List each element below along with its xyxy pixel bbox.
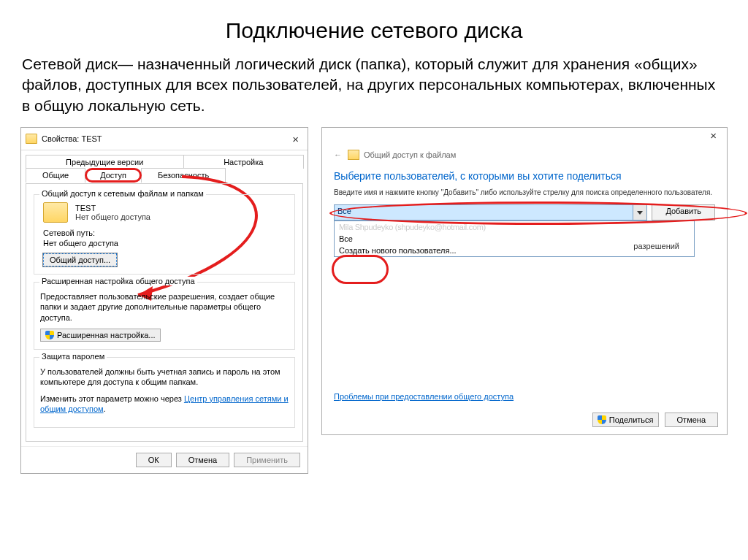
annotation-circle-icon	[332, 255, 389, 284]
share-button[interactable]: Поделиться	[592, 413, 659, 427]
folder-share-status: Нет общего доступа	[75, 212, 150, 221]
back-icon[interactable]: ←	[334, 150, 342, 159]
text-prefix: Изменить этот параметр можно через	[40, 394, 184, 403]
dialog-buttons: Поделиться Отмена	[592, 413, 718, 427]
group-text: Предоставляет пользовательские разрешени…	[40, 291, 289, 323]
group-advanced-sharing: Расширенная настройка общего доступа Пре…	[34, 282, 295, 350]
share-heading: Выберите пользователей, с которыми вы хо…	[322, 164, 727, 188]
troubleshoot-link[interactable]: Проблемы при предоставлении общего досту…	[334, 392, 514, 401]
add-button[interactable]: Добавить	[652, 204, 715, 220]
page-title: Подключение сетевого диска	[0, 18, 748, 43]
tab-access[interactable]: Доступ	[85, 168, 142, 183]
group-password-protection: Защита паролем У пользователей должны бы…	[34, 357, 295, 428]
user-combobox[interactable]: Все	[334, 204, 647, 220]
tab-general[interactable]: Общие	[26, 168, 85, 183]
group-text-link: Изменить этот параметр можно через Центр…	[40, 394, 289, 415]
user-combo-row: Все Добавить Mila Shpudeyko (shpudeyko@h…	[322, 202, 727, 223]
shield-icon	[598, 415, 606, 424]
window-title: Свойства: TEST	[42, 134, 288, 143]
titlebar: ×	[322, 128, 727, 147]
page-description: Сетевой диск— назначенный логический дис…	[22, 54, 726, 116]
titlebar: Свойства: TEST ×	[21, 128, 308, 150]
combo-value: Все	[335, 205, 633, 220]
link-text: Проблемы при предоставлении общего досту…	[334, 392, 514, 401]
tab-previous-versions[interactable]: Предыдущие версии	[26, 155, 184, 169]
share-instructions: Введите имя и нажмите кнопку "Добавить" …	[322, 188, 727, 202]
share-label: Поделиться	[609, 415, 654, 424]
folder-name: TEST	[75, 204, 150, 212]
network-path-label: Сетевой путь:	[43, 229, 289, 237]
option-label: Все	[339, 234, 353, 243]
chevron-down-icon[interactable]	[633, 205, 646, 220]
advanced-settings-button[interactable]: Расширенная настройка...	[40, 329, 161, 342]
dialog-header-text: Общий доступ к файлам	[364, 150, 456, 159]
share-button[interactable]: Общий доступ...	[43, 253, 117, 266]
folder-icon	[348, 150, 359, 160]
permissions-column-label: разрешений	[633, 242, 679, 250]
cancel-button[interactable]: Отмена	[665, 413, 718, 427]
dialog-header: ← Общий доступ к файлам	[322, 147, 727, 164]
dropdown-option[interactable]: Mila Shpudeyko (shpudeyko@hotmail.com)	[335, 221, 694, 233]
properties-dialog: Свойства: TEST × Предыдущие версии Настр…	[20, 127, 308, 474]
text-suffix: .	[104, 404, 106, 413]
shield-icon	[45, 331, 54, 340]
group-title: Защита паролем	[39, 352, 107, 361]
advanced-settings-label: Расширенная настройка...	[57, 331, 156, 340]
close-icon[interactable]: ×	[706, 129, 721, 142]
user-dropdown: Mila Shpudeyko (shpudeyko@hotmail.com) В…	[334, 220, 695, 257]
folder-icon	[43, 202, 68, 223]
dialog-buttons: ОК Отмена Применить	[21, 446, 308, 473]
tab-settings[interactable]: Настройка	[183, 155, 305, 169]
group-title: Расширенная настройка общего доступа	[39, 277, 197, 285]
close-icon[interactable]: ×	[288, 133, 303, 145]
tab-content: Общий доступ к сетевым файлам и папкам T…	[26, 183, 303, 442]
file-sharing-dialog: × ← Общий доступ к файлам Выберите польз…	[321, 127, 728, 435]
apply-button[interactable]: Применить	[234, 453, 300, 467]
folder-icon	[26, 134, 37, 144]
ok-button[interactable]: ОК	[136, 453, 172, 467]
network-path-value: Нет общего доступа	[43, 239, 289, 248]
tab-security[interactable]: Безопасность	[141, 168, 226, 183]
group-text: У пользователей должны быть учетная запи…	[40, 367, 289, 388]
cancel-button[interactable]: Отмена	[176, 453, 229, 467]
group-network-share: Общий доступ к сетевым файлам и папкам T…	[34, 194, 295, 275]
tabs: Предыдущие версии Настройка Общие Доступ…	[21, 150, 308, 183]
group-title: Общий доступ к сетевым файлам и папкам	[39, 189, 206, 198]
